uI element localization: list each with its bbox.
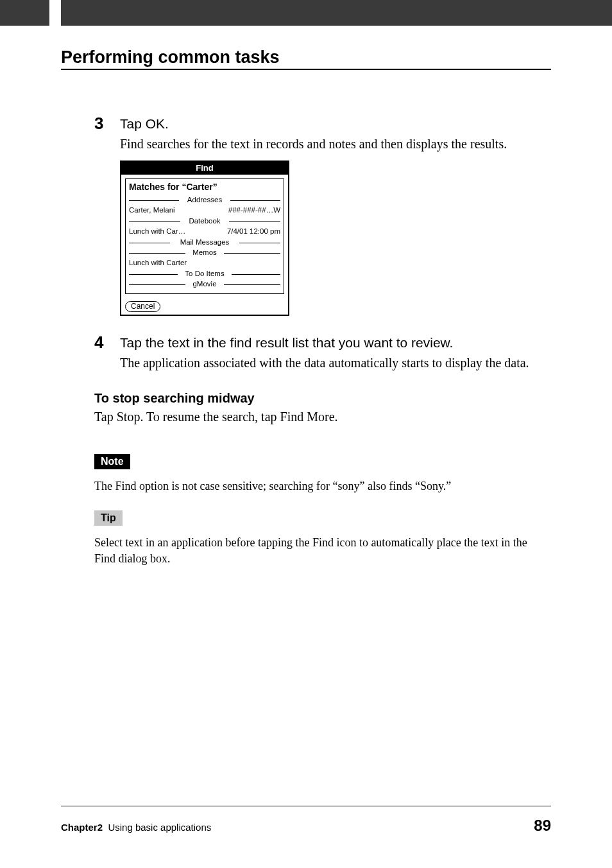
sub-description: Tap Stop. To resume the search, tap Find… bbox=[94, 410, 551, 424]
step-number: 4 bbox=[94, 334, 120, 351]
result-detail: ###-###-##…W bbox=[228, 206, 280, 215]
result-name: Carter, Melani bbox=[129, 206, 175, 215]
step-title: Tap the text in the find result list tha… bbox=[120, 334, 551, 352]
result-row-memos[interactable]: Lunch with Carter bbox=[129, 258, 280, 268]
header-bar bbox=[0, 0, 612, 26]
step-number: 3 bbox=[94, 115, 120, 132]
category-gmovie: gMovie bbox=[190, 280, 219, 288]
tip-label: Tip bbox=[94, 510, 123, 526]
step-description: Find searches for the text in records an… bbox=[120, 135, 551, 153]
result-row-datebook[interactable]: Lunch with Car… 7/4/01 12:00 pm bbox=[129, 227, 280, 237]
result-name: Lunch with Carter bbox=[129, 259, 187, 268]
tip-text: Select text in an application before tap… bbox=[94, 535, 551, 566]
category-todo: To Do Items bbox=[182, 270, 226, 277]
page-footer: Chapter2 Using basic applications 89 bbox=[61, 806, 551, 835]
find-matches-label: Matches for “Carter” bbox=[129, 182, 280, 192]
step-description: The application associated with the data… bbox=[120, 354, 551, 372]
category-datebook: Datebook bbox=[186, 217, 223, 225]
note-text: The Find option is not case sensitive; s… bbox=[94, 478, 551, 494]
chapter-title: Using basic applications bbox=[108, 822, 211, 833]
step-4: 4 Tap the text in the find result list t… bbox=[61, 334, 551, 372]
sub-heading: To stop searching midway bbox=[94, 391, 551, 406]
category-addresses: Addresses bbox=[185, 196, 225, 204]
cancel-button[interactable]: Cancel bbox=[125, 301, 160, 312]
page-heading: Performing common tasks bbox=[61, 48, 551, 70]
footer-chapter: Chapter2 Using basic applications bbox=[61, 822, 211, 833]
find-dialog: Find Matches for “Carter” Addresses Cart… bbox=[120, 161, 289, 315]
chapter-number: Chapter2 bbox=[61, 822, 103, 833]
find-dialog-title: Find bbox=[121, 162, 288, 175]
category-memos: Memos bbox=[190, 248, 219, 256]
category-mail: Mail Messages bbox=[178, 238, 232, 246]
result-row-addresses[interactable]: Carter, Melani ###-###-##…W bbox=[129, 205, 280, 216]
step-title: Tap OK. bbox=[120, 115, 551, 133]
result-name: Lunch with Car… bbox=[129, 227, 185, 236]
note-label: Note bbox=[94, 454, 130, 469]
step-3: 3 Tap OK. Find searches for the text in … bbox=[61, 115, 551, 316]
result-detail: 7/4/01 12:00 pm bbox=[227, 227, 280, 236]
page-number: 89 bbox=[534, 817, 551, 835]
